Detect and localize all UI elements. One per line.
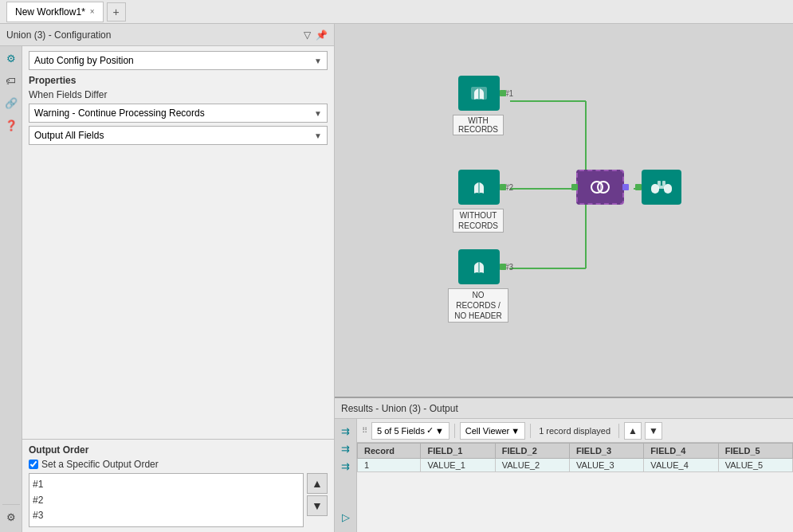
- properties-label: Properties: [29, 75, 328, 86]
- node-no-records[interactable]: #3: [458, 249, 513, 284]
- order-item-2: #2: [33, 493, 300, 508]
- col-field3: FIELD_3: [570, 444, 644, 459]
- order-item-1: #1: [33, 477, 300, 492]
- toolbar-divider-2: [530, 424, 531, 438]
- warning-dropdown[interactable]: Warning - Continue Processing Records ▼: [29, 104, 328, 123]
- right-panel: #1 WITH RECORDS #2 WITHOUTRECORDS: [335, 24, 793, 532]
- toolbar-grip: ⠿: [362, 426, 367, 435]
- left-sidebar: ⚙ 🏷 🔗 ❓ ⚙: [0, 46, 22, 532]
- left-panel: Union (3) - Configuration ▽ 📌 ⚙ 🏷 🔗 ❓ ⚙: [0, 24, 335, 532]
- results-header: Results - Union (3) - Output: [335, 398, 793, 419]
- tab-label: New Workflow1*: [15, 6, 85, 18]
- config-content: Auto Config by Position ▼ Properties Whe…: [22, 46, 334, 248]
- svg-rect-16: [662, 181, 665, 186]
- pin-icon[interactable]: 📌: [316, 29, 328, 41]
- set-output-label: Set a Specific Output Order: [41, 459, 159, 470]
- label-no-records: NO RECORDS /NO HEADER: [448, 288, 508, 323]
- cell-value1: VALUE_1: [421, 459, 495, 472]
- fields-button[interactable]: 5 of 5 Fields ✓ ▼: [371, 422, 449, 440]
- sidebar-bottom-icon[interactable]: ⚙: [2, 508, 20, 526]
- output-fields-label: Output All Fields: [34, 130, 104, 141]
- output-order-section: Output Order Set a Specific Output Order…: [22, 439, 334, 532]
- cell-viewer-arrow: ▼: [511, 426, 520, 436]
- cell-record: 1: [358, 459, 421, 472]
- toolbar-divider-1: [454, 424, 455, 438]
- order-item-3: #3: [33, 508, 300, 523]
- set-output-checkbox[interactable]: [29, 460, 38, 469]
- svg-rect-15: [658, 181, 661, 186]
- auto-config-dropdown[interactable]: Auto Config by Position ▼: [29, 51, 328, 70]
- tab-bar: New Workflow1* × +: [0, 0, 793, 24]
- order-buttons: ▲ ▼: [307, 473, 328, 527]
- output-node[interactable]: [642, 170, 681, 205]
- expand-icon[interactable]: ▽: [304, 29, 311, 41]
- canvas-connections: [335, 24, 793, 397]
- label-with-records: WITH RECORDS: [453, 115, 504, 135]
- sidebar-icon-help[interactable]: ❓: [2, 116, 20, 134]
- tab-close-icon[interactable]: ×: [90, 7, 95, 16]
- record-count: 1 record displayed: [536, 426, 614, 436]
- canvas-area[interactable]: #1 WITH RECORDS #2 WITHOUTRECORDS: [335, 24, 793, 397]
- nav-down-button[interactable]: ▼: [645, 422, 662, 440]
- workflow-tab[interactable]: New Workflow1* ×: [6, 2, 104, 22]
- results-row: ⇉ ⇉ ⇉ ▷ ⠿ 5 of 5 Fields ✓: [335, 419, 793, 532]
- results-content: ⠿ 5 of 5 Fields ✓ ▼ Cell Viewer ▼: [357, 419, 793, 532]
- nav-up-button[interactable]: ▲: [624, 422, 642, 440]
- col-field1: FIELD_1: [421, 444, 495, 459]
- sidebar-icon-tag[interactable]: 🏷: [2, 72, 20, 89]
- order-up-button[interactable]: ▲: [307, 473, 328, 494]
- order-down-button[interactable]: ▼: [307, 495, 328, 516]
- results-title: Results - Union (3) - Output: [341, 403, 458, 414]
- properties-section: Properties When Fields Differ Warning - …: [29, 75, 328, 145]
- sidebar-icon-settings[interactable]: ⚙: [2, 49, 20, 67]
- auto-config-arrow: ▼: [314, 57, 322, 65]
- config-header: Union (3) - Configuration ▽ 📌: [0, 24, 334, 46]
- warning-arrow: ▼: [314, 109, 322, 118]
- fields-label: 5 of 5 Fields: [377, 426, 425, 436]
- results-left-strip: ⇉ ⇉ ⇉ ▷: [335, 419, 357, 532]
- union-node[interactable]: [576, 170, 624, 205]
- results-table-wrap: Record FIELD_1 FIELD_2 FIELD_3 FIELD_4 F…: [357, 443, 793, 532]
- table-row: 1 VALUE_1 VALUE_2 VALUE_3 VALUE_4 VALUE_…: [358, 459, 793, 472]
- cell-viewer-button[interactable]: Cell Viewer ▼: [460, 422, 525, 440]
- results-icon-1[interactable]: ⇉: [337, 422, 355, 440]
- config-header-icons: ▽ 📌: [304, 29, 328, 41]
- node-without-records[interactable]: #2: [458, 170, 513, 205]
- order-area: #1 #2 #3 ▲ ▼: [29, 473, 328, 527]
- results-icon-3[interactable]: ⇉: [337, 457, 355, 475]
- col-field5: FIELD_5: [718, 444, 792, 459]
- cell-value3: VALUE_3: [570, 459, 644, 472]
- set-output-row: Set a Specific Output Order: [29, 459, 328, 470]
- results-icon-bottom[interactable]: ▷: [337, 508, 355, 526]
- cell-viewer-label: Cell Viewer: [465, 426, 509, 436]
- label-without-records: WITHOUTRECORDS: [453, 209, 504, 233]
- order-list: #1 #2 #3: [29, 473, 304, 527]
- svg-rect-14: [658, 186, 665, 189]
- results-panel: Results - Union (3) - Output ⇉ ⇉ ⇉ ▷: [335, 397, 793, 532]
- col-field4: FIELD_4: [644, 444, 718, 459]
- cell-value4: VALUE_4: [644, 459, 718, 472]
- results-toolbar: ⠿ 5 of 5 Fields ✓ ▼ Cell Viewer ▼: [357, 419, 793, 443]
- output-fields-arrow: ▼: [314, 131, 322, 140]
- col-record: Record: [358, 444, 421, 459]
- warning-label: Warning - Continue Processing Records: [34, 108, 205, 119]
- auto-config-label: Auto Config by Position: [34, 55, 134, 66]
- output-fields-dropdown[interactable]: Output All Fields ▼: [29, 126, 328, 145]
- fields-arrow: ▼: [435, 426, 444, 436]
- cell-value2: VALUE_2: [495, 459, 569, 472]
- toolbar-divider-3: [618, 424, 619, 438]
- config-inner: Auto Config by Position ▼ Properties Whe…: [22, 46, 334, 532]
- col-field2: FIELD_2: [495, 444, 569, 459]
- sidebar-icon-link[interactable]: 🔗: [2, 94, 20, 111]
- config-title: Union (3) - Configuration: [6, 29, 111, 41]
- results-table: Record FIELD_1 FIELD_2 FIELD_3 FIELD_4 F…: [357, 443, 793, 472]
- node-with-records[interactable]: #1: [458, 76, 513, 111]
- new-tab-button[interactable]: +: [107, 2, 126, 22]
- results-icon-2[interactable]: ⇉: [337, 440, 355, 457]
- fields-check-icon: ✓: [426, 425, 434, 436]
- cell-value5: VALUE_5: [718, 459, 792, 472]
- sidebar-bottom: ⚙: [2, 504, 20, 529]
- output-order-label: Output Order: [29, 444, 328, 456]
- when-fields-label: When Fields Differ: [29, 89, 328, 100]
